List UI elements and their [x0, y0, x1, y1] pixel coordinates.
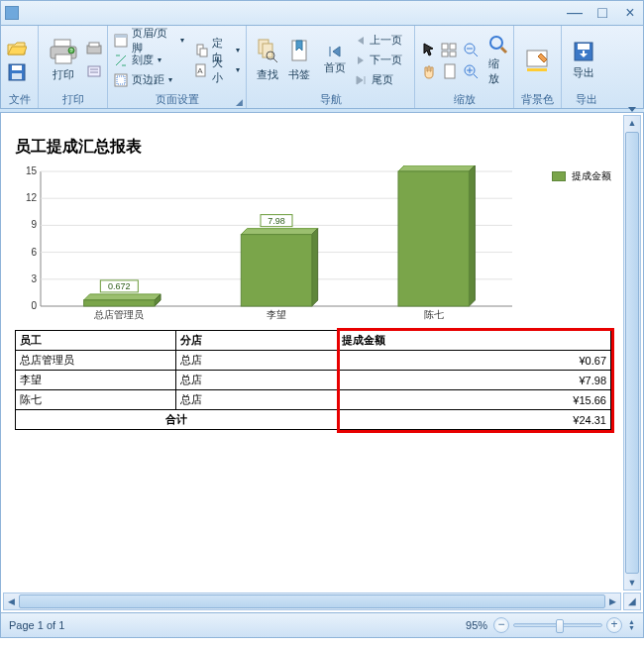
ribbon: 文件 ? 打印 打印 页眉/页脚▾ 刻度▾ 页边距▾ 定向▾ A大小▾: [0, 26, 644, 109]
close-button[interactable]: ×: [621, 4, 639, 22]
ribbon-group-pagesetup: 页眉/页脚▾ 刻度▾ 页边距▾ 定向▾ A大小▾ 页面设置 ◢: [108, 26, 247, 108]
scale-button[interactable]: 刻度▾: [114, 51, 184, 70]
find-button[interactable]: 查找: [253, 28, 282, 92]
table-row: 李望总店¥7.98: [16, 371, 611, 390]
svg-rect-56: [241, 235, 311, 306]
bgcolor-button[interactable]: [520, 28, 554, 92]
cell-amount: ¥7.98: [337, 371, 610, 390]
chart-legend: 提成金额: [552, 169, 611, 183]
window-titlebar: — □ ×: [0, 0, 644, 26]
status-expand-icon[interactable]: ▲▼: [628, 619, 635, 631]
svg-text:李望: 李望: [267, 309, 286, 320]
cell-amount: ¥15.66: [337, 390, 610, 410]
ribbon-group-nav: 查找 书签 首页 上一页 下一页 尾页 导航: [247, 26, 415, 108]
svg-rect-20: [263, 44, 272, 57]
svg-text:7.98: 7.98: [268, 216, 285, 226]
scroll-down-icon[interactable]: ▼: [626, 576, 639, 590]
print-button[interactable]: ? 打印: [45, 28, 82, 92]
app-icon: [5, 6, 19, 20]
hscroll-thumb[interactable]: [19, 594, 605, 608]
singlepage-icon[interactable]: [442, 63, 458, 79]
zoom-slider[interactable]: [513, 623, 602, 627]
svg-rect-27: [445, 64, 455, 78]
cell-amount: ¥0.67: [337, 351, 610, 371]
zoomin-icon[interactable]: [463, 63, 479, 79]
size-icon: A: [194, 63, 208, 77]
zoom-button[interactable]: 缩放: [484, 28, 512, 92]
size-button[interactable]: A大小▾: [194, 60, 240, 80]
zoom-out-button[interactable]: −: [493, 617, 509, 633]
vertical-scrollbar[interactable]: ▲ ▼: [623, 115, 641, 591]
quick-print-icon[interactable]: [86, 42, 102, 57]
cell-branch: 总店: [176, 390, 337, 410]
ribbon-group-file-label: 文件: [7, 92, 32, 106]
svg-text:15: 15: [26, 165, 38, 176]
svg-marker-55: [312, 229, 318, 306]
firstpage-button[interactable]: 首页: [320, 28, 350, 92]
lastpage-button[interactable]: 尾页: [356, 70, 402, 90]
svg-rect-34: [578, 44, 590, 50]
export-button[interactable]: 导出: [568, 28, 599, 92]
pointer-icon[interactable]: [421, 42, 437, 57]
firstpage-icon: [326, 45, 344, 58]
svg-text:总店管理员: 总店管理员: [93, 309, 144, 320]
vscroll-thumb[interactable]: [625, 132, 639, 574]
bookmark-button[interactable]: 书签: [284, 28, 314, 92]
zoom-in-button[interactable]: +: [606, 617, 622, 633]
margin-label: 页边距: [132, 72, 164, 87]
svg-rect-10: [88, 66, 100, 76]
export-label: 导出: [573, 65, 594, 80]
minimize-button[interactable]: —: [566, 4, 584, 22]
cell-emp: 李望: [16, 371, 176, 390]
scroll-left-icon[interactable]: ◀: [6, 594, 17, 608]
window-controls: — □ ×: [566, 4, 639, 22]
svg-text:9: 9: [31, 219, 37, 230]
zoomout-icon[interactable]: [463, 42, 479, 57]
ribbon-group-print-label: 打印: [45, 92, 101, 106]
report-table: 员工 分店 提成金额 总店管理员总店¥0.67李望总店¥7.98陈七总店¥15.…: [15, 330, 611, 430]
bgcolor-icon: [524, 48, 550, 73]
svg-rect-9: [89, 43, 99, 47]
scroll-right-icon[interactable]: ▶: [607, 594, 618, 608]
zoom-slider-thumb[interactable]: [556, 619, 564, 633]
headerfooter-button[interactable]: 页眉/页脚▾: [114, 31, 184, 51]
svg-rect-32: [527, 68, 547, 71]
margin-button[interactable]: 页边距▾: [114, 70, 184, 90]
scroll-up-icon[interactable]: ▲: [626, 116, 639, 130]
total-amount: ¥24.31: [337, 410, 610, 430]
svg-rect-12: [115, 35, 127, 38]
cell-emp: 总店管理员: [16, 351, 176, 371]
ribbon-group-nav-label: 导航: [253, 92, 408, 106]
svg-rect-3: [54, 40, 70, 47]
lastpage-icon: [356, 75, 368, 85]
prevpage-button[interactable]: 上一页: [356, 31, 402, 51]
svg-rect-62: [398, 171, 469, 306]
find-icon: [257, 38, 278, 65]
next-icon: [356, 55, 366, 65]
legend-label: 提成金额: [572, 169, 611, 183]
ribbon-group-zoom: 缩放 缩放: [415, 26, 514, 108]
save-icon[interactable]: [8, 63, 26, 81]
ribbon-group-export-label: 导出: [568, 92, 605, 106]
hand-icon[interactable]: [421, 63, 437, 79]
zoom-label: 缩放: [488, 56, 508, 86]
col-emp: 员工: [16, 331, 176, 351]
headerfooter-icon: [114, 34, 128, 48]
report-table-wrap: 员工 分店 提成金额 总店管理员总店¥0.67李望总店¥7.98陈七总店¥15.…: [15, 330, 611, 430]
col-branch: 分店: [176, 331, 337, 351]
svg-rect-25: [442, 52, 448, 56]
print-config-icon[interactable]: [86, 63, 102, 79]
svg-text:A: A: [197, 66, 203, 75]
status-page-text: Page 1 of 1: [9, 619, 64, 631]
open-icon[interactable]: [7, 40, 27, 57]
maximize-button[interactable]: □: [593, 4, 611, 22]
svg-text:3: 3: [31, 273, 37, 284]
lastpage-label: 尾页: [372, 72, 393, 87]
horizontal-scrollbar[interactable]: ◀ ▶: [3, 593, 621, 610]
multipage-icon[interactable]: [441, 42, 459, 57]
svg-rect-50: [84, 300, 155, 306]
cell-branch: 总店: [176, 371, 337, 390]
pagesetup-launcher-icon[interactable]: ◢: [234, 97, 244, 107]
print-button-label: 打印: [53, 67, 74, 82]
nextpage-button[interactable]: 下一页: [356, 51, 402, 70]
